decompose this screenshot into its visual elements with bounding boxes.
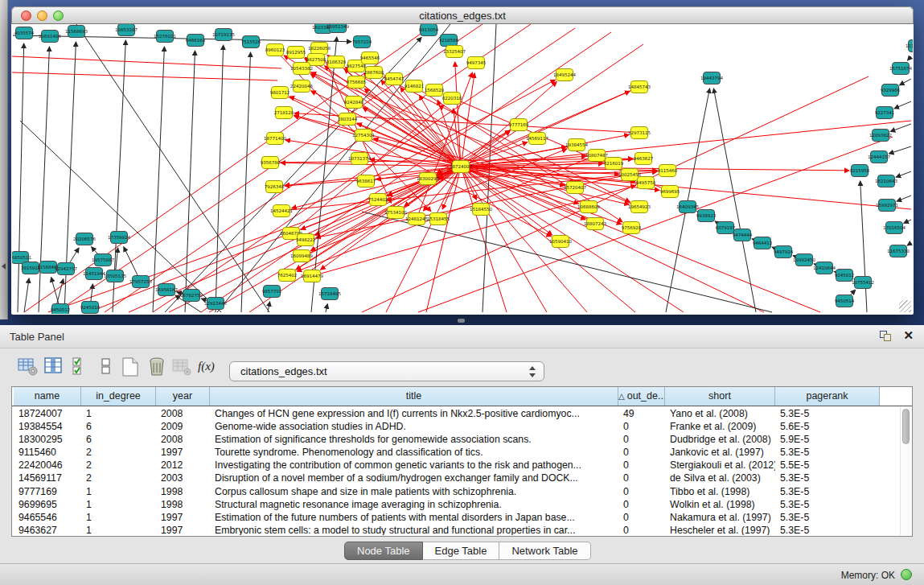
vertical-scrollbar[interactable] [900,407,911,535]
graph-node-label: 12923446 [204,301,227,306]
table-panel-title: Table Panel [10,331,64,343]
table-cell: Yano et al. (2008) [665,407,775,420]
column-header-out_de[interactable]: △out_de... [618,387,665,406]
graph-edge[interactable] [461,167,635,312]
resize-grip-icon[interactable] [899,300,911,312]
graph-edge[interactable] [908,56,911,60]
table-row[interactable]: 969969511998Structural magnetic resonanc… [12,498,899,511]
graph-node-label: 12973115 [628,130,651,135]
graph-node-label: 3498222 [296,237,316,242]
column-header-in_degree[interactable]: in_degree [81,387,156,406]
column-header-short[interactable]: short [665,387,775,406]
table-row[interactable]: 1938455462009Genome-wide association stu… [12,420,899,433]
table-cell: 2 [81,472,156,484]
table-row[interactable]: 1830029562008Estimation of significance … [12,433,899,446]
table-cell: 0 [618,485,665,498]
graph-edge[interactable] [896,171,911,177]
graph-edge[interactable] [326,304,327,312]
graph-node-label: 9465546 [360,56,380,60]
column-header-name[interactable]: name [14,387,81,406]
table-cell: Wolkin et al. (1998) [665,498,775,511]
citation-network-graph[interactable]: 4035574206914061156869310653287152760216… [12,24,913,314]
tab-network-table[interactable]: Network Table [499,542,590,560]
delete-table-icon[interactable] [146,356,167,377]
graph-edge[interactable] [860,181,867,312]
row-height-icon[interactable] [97,356,117,377]
table-cell: Structural magnetic resonance image aver… [210,498,618,511]
table-cell: 0 [618,433,665,446]
column-header-year[interactable]: year [156,387,210,406]
graph-node-label: 12754301 [352,133,375,138]
graph-edge[interactable] [153,47,164,312]
table-select-dropdown[interactable]: citations_edges.txt [229,361,544,381]
graph-edge[interactable] [13,35,351,42]
graph-edge[interactable] [185,51,195,312]
collapsed-control-panel-strip[interactable] [0,0,8,319]
network-window-titlebar[interactable]: citations_edges.txt [11,6,914,24]
graph-node-label: 18731374 [348,156,371,161]
tab-node-table[interactable]: Node Table [344,542,423,560]
table-cell: Changes of HCN gene expression and I(f) … [210,407,618,420]
graph-node-label: 9146821 [405,84,425,89]
graph-edge[interactable] [889,146,911,154]
graph-edge[interactable] [461,167,849,171]
graph-edge[interactable] [268,302,270,312]
table-cell: 1 [81,511,156,524]
column-visibility-icon[interactable] [43,356,64,377]
table-row[interactable]: 977716911998Corpus callosum shape and si… [12,485,899,498]
table-row[interactable]: 946362711997Embryonic stem cells: a mode… [12,524,899,535]
graph-node-label: 4035574 [14,31,35,35]
minimize-button[interactable] [37,10,47,21]
graph-node-label: 16409345 [676,204,699,209]
graph-edge[interactable] [12,56,281,68]
import-table-disabled-icon [171,356,192,377]
table-cell: 1997 [156,511,210,524]
table-cell: 0 [618,511,665,524]
graph-node-label: 6466160 [186,38,206,43]
function-builder-icon[interactable]: f(x) [198,360,219,381]
zoom-button[interactable] [53,10,64,21]
graph-node-label: 9245012 [835,273,855,278]
graph-node-label: 7524402 [368,197,388,202]
table-cell: 2003 [156,472,210,484]
table-row[interactable]: 911546021997Tourette syndrome. Phenomeno… [12,446,899,459]
table-row[interactable]: 2242004622012Investigating the contribut… [12,459,899,472]
graph-edge[interactable] [461,167,764,312]
table-row[interactable]: 946554611997Estimation of the future num… [12,511,899,524]
graph-edge[interactable] [907,243,911,245]
graph-edge[interactable] [24,278,29,312]
graph-edge[interactable] [12,72,277,80]
graph-edge[interactable] [666,89,710,312]
table-cell: 5.3E-5 [775,498,880,511]
float-window-icon[interactable] [880,331,893,343]
graph-edge[interactable] [897,196,911,201]
graph-edge[interactable] [362,212,772,312]
graph-node-label: 8454743 [384,76,405,81]
table-cell: Hescheler et al. (1997) [665,524,775,535]
network-canvas[interactable]: 4035574206914061156869310653287152760216… [12,24,913,314]
table-cell: Estimation of significance thresholds fo… [210,433,618,446]
table-row[interactable]: 1872400712008Changes of HCN gene express… [12,407,899,420]
graph-node-label: 3756685 [347,80,367,84]
table-cell: 2 [81,459,156,472]
create-table-icon[interactable] [120,356,141,377]
graph-edge[interactable] [899,79,911,85]
graph-node-label: 13505135 [104,274,126,278]
graph-node-label: 10025458 [618,172,641,177]
network-window[interactable]: citations_edges.txt 40355742069140611568… [11,6,914,315]
graph-edge[interactable] [76,24,269,312]
close-icon[interactable]: ✕ [903,329,914,342]
column-header-pagerank[interactable]: pagerank [775,387,880,406]
graph-edge[interactable] [894,101,911,109]
selection-mode-icon[interactable] [71,356,92,377]
column-header-title[interactable]: title [210,387,618,406]
table-select-value: citations_edges.txt [240,365,327,377]
graph-edge[interactable] [904,220,911,223]
close-button[interactable] [21,10,31,21]
scrollbar-thumb[interactable] [902,409,910,444]
splitter-handle[interactable] [458,319,465,323]
tab-edge-table[interactable]: Edge Table [423,542,500,560]
table-row[interactable]: 1456911722003Disruption of a novel membe… [12,472,899,484]
graph-edge[interactable] [890,124,911,132]
table-settings-icon[interactable] [18,356,39,377]
